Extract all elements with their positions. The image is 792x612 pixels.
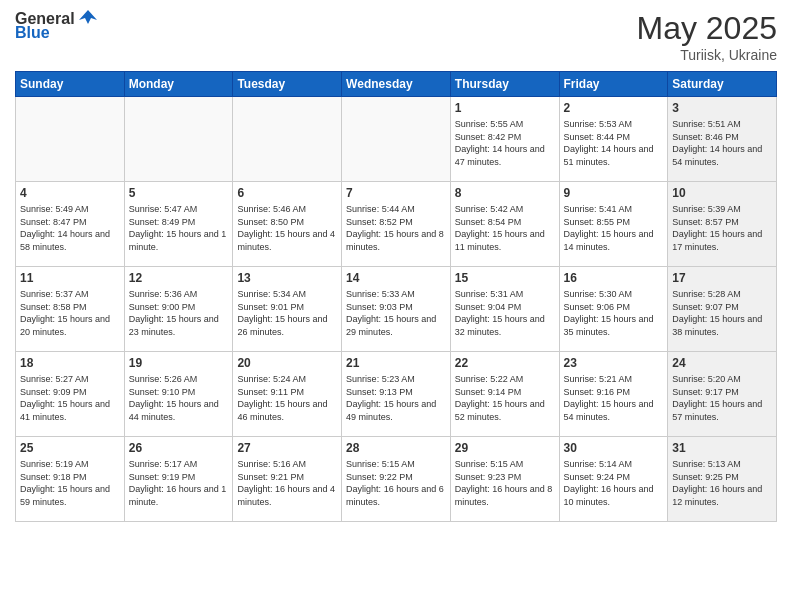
page: General Blue May 2025 Turiisk, Ukraine S… bbox=[0, 0, 792, 612]
day-info: Sunrise: 5:42 AM Sunset: 8:54 PM Dayligh… bbox=[455, 203, 555, 253]
location: Turiisk, Ukraine bbox=[636, 47, 777, 63]
day-info: Sunrise: 5:23 AM Sunset: 9:13 PM Dayligh… bbox=[346, 373, 446, 423]
day-number: 25 bbox=[20, 440, 120, 456]
table-row: 10Sunrise: 5:39 AM Sunset: 8:57 PM Dayli… bbox=[668, 182, 777, 267]
table-row: 17Sunrise: 5:28 AM Sunset: 9:07 PM Dayli… bbox=[668, 267, 777, 352]
day-number: 30 bbox=[564, 440, 664, 456]
col-tuesday: Tuesday bbox=[233, 72, 342, 97]
day-number: 4 bbox=[20, 185, 120, 201]
logo: General Blue bbox=[15, 10, 99, 42]
day-number: 1 bbox=[455, 100, 555, 116]
day-number: 23 bbox=[564, 355, 664, 371]
day-number: 7 bbox=[346, 185, 446, 201]
table-row: 5Sunrise: 5:47 AM Sunset: 8:49 PM Daylig… bbox=[124, 182, 233, 267]
day-info: Sunrise: 5:41 AM Sunset: 8:55 PM Dayligh… bbox=[564, 203, 664, 253]
table-row bbox=[124, 97, 233, 182]
day-info: Sunrise: 5:34 AM Sunset: 9:01 PM Dayligh… bbox=[237, 288, 337, 338]
day-number: 19 bbox=[129, 355, 229, 371]
day-number: 28 bbox=[346, 440, 446, 456]
day-number: 12 bbox=[129, 270, 229, 286]
col-friday: Friday bbox=[559, 72, 668, 97]
day-number: 9 bbox=[564, 185, 664, 201]
day-number: 17 bbox=[672, 270, 772, 286]
table-row: 21Sunrise: 5:23 AM Sunset: 9:13 PM Dayli… bbox=[342, 352, 451, 437]
header: General Blue May 2025 Turiisk, Ukraine bbox=[15, 10, 777, 63]
day-number: 14 bbox=[346, 270, 446, 286]
table-row bbox=[342, 97, 451, 182]
col-monday: Monday bbox=[124, 72, 233, 97]
day-info: Sunrise: 5:16 AM Sunset: 9:21 PM Dayligh… bbox=[237, 458, 337, 508]
day-number: 11 bbox=[20, 270, 120, 286]
day-info: Sunrise: 5:27 AM Sunset: 9:09 PM Dayligh… bbox=[20, 373, 120, 423]
day-info: Sunrise: 5:44 AM Sunset: 8:52 PM Dayligh… bbox=[346, 203, 446, 253]
day-number: 13 bbox=[237, 270, 337, 286]
calendar-week-row: 4Sunrise: 5:49 AM Sunset: 8:47 PM Daylig… bbox=[16, 182, 777, 267]
month-year: May 2025 bbox=[636, 10, 777, 47]
day-number: 18 bbox=[20, 355, 120, 371]
calendar-week-row: 18Sunrise: 5:27 AM Sunset: 9:09 PM Dayli… bbox=[16, 352, 777, 437]
day-number: 5 bbox=[129, 185, 229, 201]
day-info: Sunrise: 5:19 AM Sunset: 9:18 PM Dayligh… bbox=[20, 458, 120, 508]
day-info: Sunrise: 5:37 AM Sunset: 8:58 PM Dayligh… bbox=[20, 288, 120, 338]
day-info: Sunrise: 5:22 AM Sunset: 9:14 PM Dayligh… bbox=[455, 373, 555, 423]
table-row: 12Sunrise: 5:36 AM Sunset: 9:00 PM Dayli… bbox=[124, 267, 233, 352]
col-saturday: Saturday bbox=[668, 72, 777, 97]
day-info: Sunrise: 5:33 AM Sunset: 9:03 PM Dayligh… bbox=[346, 288, 446, 338]
day-number: 8 bbox=[455, 185, 555, 201]
day-info: Sunrise: 5:15 AM Sunset: 9:22 PM Dayligh… bbox=[346, 458, 446, 508]
day-number: 20 bbox=[237, 355, 337, 371]
table-row: 11Sunrise: 5:37 AM Sunset: 8:58 PM Dayli… bbox=[16, 267, 125, 352]
day-info: Sunrise: 5:30 AM Sunset: 9:06 PM Dayligh… bbox=[564, 288, 664, 338]
day-number: 3 bbox=[672, 100, 772, 116]
table-row: 13Sunrise: 5:34 AM Sunset: 9:01 PM Dayli… bbox=[233, 267, 342, 352]
table-row: 24Sunrise: 5:20 AM Sunset: 9:17 PM Dayli… bbox=[668, 352, 777, 437]
table-row: 20Sunrise: 5:24 AM Sunset: 9:11 PM Dayli… bbox=[233, 352, 342, 437]
title-block: May 2025 Turiisk, Ukraine bbox=[636, 10, 777, 63]
day-info: Sunrise: 5:51 AM Sunset: 8:46 PM Dayligh… bbox=[672, 118, 772, 168]
day-number: 27 bbox=[237, 440, 337, 456]
day-info: Sunrise: 5:39 AM Sunset: 8:57 PM Dayligh… bbox=[672, 203, 772, 253]
day-info: Sunrise: 5:53 AM Sunset: 8:44 PM Dayligh… bbox=[564, 118, 664, 168]
day-info: Sunrise: 5:49 AM Sunset: 8:47 PM Dayligh… bbox=[20, 203, 120, 253]
table-row: 2Sunrise: 5:53 AM Sunset: 8:44 PM Daylig… bbox=[559, 97, 668, 182]
day-number: 24 bbox=[672, 355, 772, 371]
day-number: 26 bbox=[129, 440, 229, 456]
table-row bbox=[16, 97, 125, 182]
table-row: 15Sunrise: 5:31 AM Sunset: 9:04 PM Dayli… bbox=[450, 267, 559, 352]
day-number: 31 bbox=[672, 440, 772, 456]
calendar-week-row: 11Sunrise: 5:37 AM Sunset: 8:58 PM Dayli… bbox=[16, 267, 777, 352]
day-info: Sunrise: 5:47 AM Sunset: 8:49 PM Dayligh… bbox=[129, 203, 229, 253]
table-row: 18Sunrise: 5:27 AM Sunset: 9:09 PM Dayli… bbox=[16, 352, 125, 437]
logo-bird-icon bbox=[77, 6, 99, 28]
day-number: 22 bbox=[455, 355, 555, 371]
col-thursday: Thursday bbox=[450, 72, 559, 97]
day-info: Sunrise: 5:15 AM Sunset: 9:23 PM Dayligh… bbox=[455, 458, 555, 508]
table-row: 22Sunrise: 5:22 AM Sunset: 9:14 PM Dayli… bbox=[450, 352, 559, 437]
day-info: Sunrise: 5:55 AM Sunset: 8:42 PM Dayligh… bbox=[455, 118, 555, 168]
table-row: 8Sunrise: 5:42 AM Sunset: 8:54 PM Daylig… bbox=[450, 182, 559, 267]
table-row: 23Sunrise: 5:21 AM Sunset: 9:16 PM Dayli… bbox=[559, 352, 668, 437]
day-info: Sunrise: 5:28 AM Sunset: 9:07 PM Dayligh… bbox=[672, 288, 772, 338]
table-row: 1Sunrise: 5:55 AM Sunset: 8:42 PM Daylig… bbox=[450, 97, 559, 182]
table-row: 31Sunrise: 5:13 AM Sunset: 9:25 PM Dayli… bbox=[668, 437, 777, 522]
calendar-table: Sunday Monday Tuesday Wednesday Thursday… bbox=[15, 71, 777, 522]
calendar-week-row: 25Sunrise: 5:19 AM Sunset: 9:18 PM Dayli… bbox=[16, 437, 777, 522]
table-row: 30Sunrise: 5:14 AM Sunset: 9:24 PM Dayli… bbox=[559, 437, 668, 522]
day-info: Sunrise: 5:17 AM Sunset: 9:19 PM Dayligh… bbox=[129, 458, 229, 508]
table-row: 4Sunrise: 5:49 AM Sunset: 8:47 PM Daylig… bbox=[16, 182, 125, 267]
col-wednesday: Wednesday bbox=[342, 72, 451, 97]
table-row: 9Sunrise: 5:41 AM Sunset: 8:55 PM Daylig… bbox=[559, 182, 668, 267]
col-sunday: Sunday bbox=[16, 72, 125, 97]
day-number: 10 bbox=[672, 185, 772, 201]
day-number: 15 bbox=[455, 270, 555, 286]
day-info: Sunrise: 5:26 AM Sunset: 9:10 PM Dayligh… bbox=[129, 373, 229, 423]
table-row: 16Sunrise: 5:30 AM Sunset: 9:06 PM Dayli… bbox=[559, 267, 668, 352]
calendar-header-row: Sunday Monday Tuesday Wednesday Thursday… bbox=[16, 72, 777, 97]
table-row: 3Sunrise: 5:51 AM Sunset: 8:46 PM Daylig… bbox=[668, 97, 777, 182]
day-info: Sunrise: 5:31 AM Sunset: 9:04 PM Dayligh… bbox=[455, 288, 555, 338]
day-number: 6 bbox=[237, 185, 337, 201]
table-row: 28Sunrise: 5:15 AM Sunset: 9:22 PM Dayli… bbox=[342, 437, 451, 522]
table-row bbox=[233, 97, 342, 182]
table-row: 26Sunrise: 5:17 AM Sunset: 9:19 PM Dayli… bbox=[124, 437, 233, 522]
day-info: Sunrise: 5:20 AM Sunset: 9:17 PM Dayligh… bbox=[672, 373, 772, 423]
